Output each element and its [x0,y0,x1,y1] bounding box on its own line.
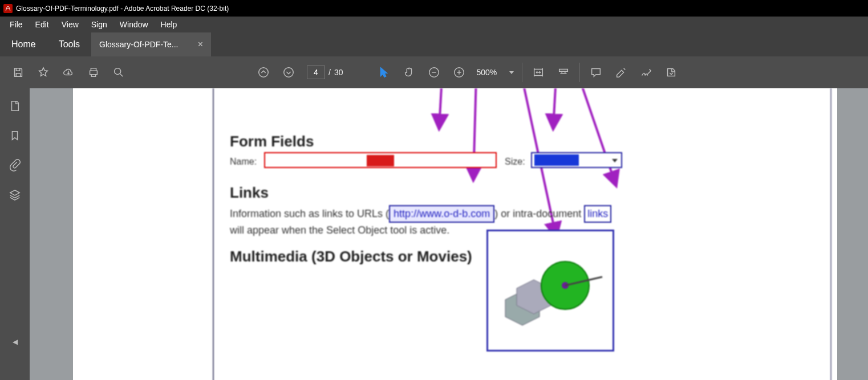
heading-multimedia: Multimedia (3D Objects or Movies) [230,248,472,265]
heading-links: Links [230,184,269,202]
links-text-post: will appear when the Select Object tool … [230,224,449,236]
highlight-icon[interactable] [609,60,634,85]
page-number-group: / 30 [307,66,343,79]
multimedia-box [486,230,614,352]
title-bar: Glossary-Of-PDF-Terminology.pdf - Adobe … [0,0,868,17]
star-icon[interactable] [31,60,56,85]
acrobat-icon [3,4,13,13]
zoom-out-icon[interactable] [421,60,447,85]
tab-home[interactable]: Home [0,32,47,56]
menu-edit[interactable]: Edit [29,18,55,31]
svg-point-1 [259,68,269,77]
tab-document[interactable]: Glossary-Of-PDF-Te... × [91,32,211,56]
tab-row: Home Tools Glossary-Of-PDF-Te... × [0,32,868,56]
form-field-name [264,152,497,168]
page-down-icon[interactable] [276,60,301,85]
menu-sign[interactable]: Sign [85,18,113,31]
menu-view[interactable]: View [55,18,85,31]
links-text-mid: ) or intra-document [494,208,584,219]
tab-document-label: Glossary-Of-PDF-Te... [99,40,178,49]
attachment-icon[interactable] [9,159,21,174]
svg-point-2 [284,68,294,77]
links-text-pre: Information such as links to URLs ( [230,208,389,219]
read-mode-icon[interactable] [551,60,576,85]
page-number-input[interactable] [307,66,325,79]
hand-tool-icon[interactable] [396,60,421,85]
select-tool-icon[interactable] [371,60,396,85]
tab-tools[interactable]: Tools [47,32,91,56]
layers-icon[interactable] [9,189,21,203]
link-url-box: http://www.o-d-b.com [389,205,494,223]
separator [579,63,580,82]
menu-file[interactable]: File [3,18,29,31]
print-icon[interactable] [81,60,106,85]
zoom-dropdown[interactable]: 500% [476,68,514,77]
window-title: Glossary-Of-PDF-Terminology.pdf - Adobe … [16,5,229,13]
navigation-pane: ◀ [0,88,30,380]
collapse-pane-icon[interactable]: ◀ [13,338,18,346]
label-size: Size: [505,157,525,167]
work-area: ◀ Form Fields Name: S [0,88,868,380]
zoom-value: 500% [476,68,502,77]
tab-close-button[interactable]: × [192,39,203,50]
bookmark-icon[interactable] [9,129,21,144]
cloud-icon[interactable] [56,60,81,85]
more-tools-icon[interactable] [659,60,684,85]
label-name: Name: [230,157,257,167]
pdf-page: Form Fields Name: Size: Links Informatio… [73,88,837,380]
page-up-icon[interactable] [251,60,276,85]
menu-bar: File Edit View Sign Window Help [0,17,868,32]
form-field-size [531,152,622,168]
zoom-in-icon[interactable] [447,60,472,85]
chevron-down-icon [509,71,514,74]
thumbnails-icon[interactable] [9,100,21,115]
page-total: 30 [334,68,343,77]
menu-window[interactable]: Window [113,18,155,31]
separator [522,63,522,82]
document-canvas[interactable]: Form Fields Name: Size: Links Informatio… [30,88,868,380]
sign-icon[interactable] [634,60,659,85]
save-icon[interactable] [6,60,31,85]
svg-point-0 [115,68,121,75]
link-intra-box: links [584,205,611,223]
search-icon[interactable] [106,60,131,85]
menu-help[interactable]: Help [155,18,184,31]
fit-width-icon[interactable] [526,60,551,85]
heading-form-fields: Form Fields [230,133,314,150]
page-sep: / [328,68,331,77]
toolbar: / 30 500% [0,56,868,88]
comment-icon[interactable] [583,60,609,85]
